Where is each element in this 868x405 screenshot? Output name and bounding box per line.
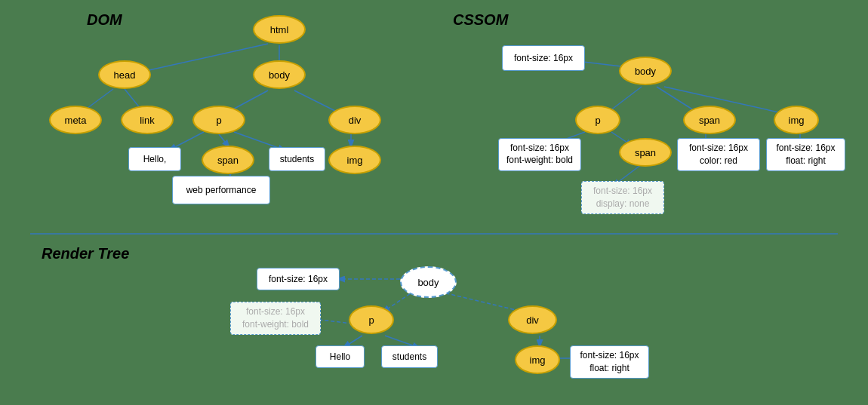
dom-body-node: body <box>253 60 306 89</box>
cssom-p-node: p <box>575 106 620 134</box>
rt-body-style-box: font-size: 16px <box>257 268 340 290</box>
dom-html-node: html <box>253 15 306 44</box>
dom-span-node: span <box>202 146 254 174</box>
rt-div-node: div <box>508 305 557 334</box>
cssom-span-outer-style-box: font-size: 16px color: red <box>677 138 760 171</box>
rt-hello-text: Hello <box>315 345 365 368</box>
dom-students-text: students <box>269 147 325 171</box>
rt-body-node: body <box>400 266 457 298</box>
dom-label: DOM <box>87 11 122 29</box>
rt-p-style-box: font-size: 16px font-weight: bold <box>230 302 321 335</box>
dom-div-node: div <box>328 106 381 134</box>
dom-link-node: link <box>121 106 174 134</box>
render-tree-label: Render Tree <box>42 245 129 262</box>
cssom-p-style-box: font-size: 16px font-weight: bold <box>498 138 581 171</box>
dom-webperf-text: web performance <box>172 176 270 204</box>
diagram-container: DOM html head body meta link p div Hello… <box>0 0 868 405</box>
dom-head-node: head <box>98 60 151 89</box>
rt-img-node: img <box>515 345 560 374</box>
rt-students-text: students <box>381 345 438 368</box>
dom-hello-text: Hello, <box>128 147 181 171</box>
svg-line-2 <box>132 44 268 74</box>
cssom-body-style-box: font-size: 16px <box>502 45 585 71</box>
dom-meta-node: meta <box>49 106 102 134</box>
cssom-span-inner-node: span <box>619 138 672 167</box>
rt-p-node: p <box>349 305 394 334</box>
cssom-span-outer-node: span <box>683 106 736 134</box>
dom-img-node: img <box>328 146 381 174</box>
cssom-img-node: img <box>774 106 819 134</box>
rt-img-style-box: font-size: 16px float: right <box>570 345 649 379</box>
cssom-span-inner-style-box: font-size: 16px display: none <box>581 181 664 214</box>
dom-p-node: p <box>192 106 245 134</box>
cssom-body-node: body <box>619 57 672 85</box>
cssom-label: CSSOM <box>453 11 508 29</box>
cssom-img-style-box: font-size: 16px float: right <box>766 138 845 171</box>
